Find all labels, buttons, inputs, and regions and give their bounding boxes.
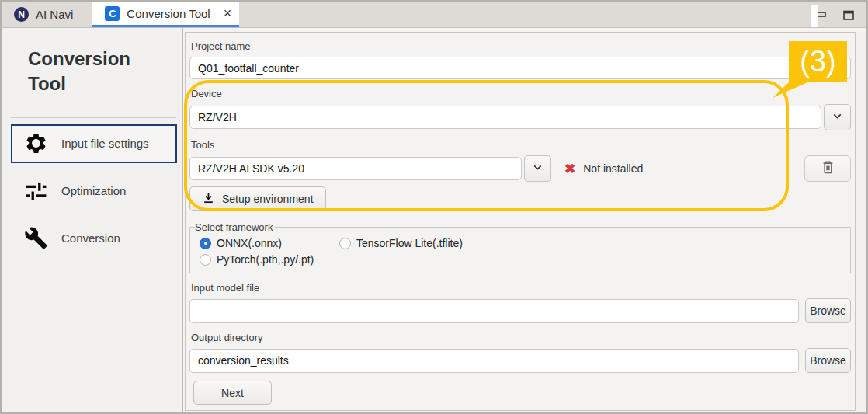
close-tab-icon[interactable]: × bbox=[224, 6, 232, 20]
tab-bar: N AI Navi C Conversion Tool × bbox=[2, 2, 866, 28]
tab-conversion-tool-label: Conversion Tool bbox=[127, 7, 210, 20]
main-panel: Project name Device Tools bbox=[185, 32, 856, 411]
trash-icon bbox=[821, 159, 835, 178]
output-directory-label: Output directory bbox=[191, 332, 849, 343]
sidebar-item-conversion[interactable]: Conversion bbox=[11, 219, 177, 258]
wrench-icon bbox=[24, 226, 48, 250]
chevron-down-icon bbox=[531, 161, 544, 177]
project-name-input[interactable] bbox=[189, 57, 851, 79]
next-button[interactable]: Next bbox=[193, 381, 272, 405]
error-x-icon: ✖ bbox=[564, 161, 575, 177]
ai-navi-app-icon: N bbox=[14, 7, 29, 22]
minimize-icon[interactable] bbox=[816, 12, 826, 18]
gear-icon bbox=[24, 131, 48, 155]
select-framework-group: Select framework ONNX(.onnx) TensorFlow … bbox=[189, 221, 851, 273]
device-select[interactable] bbox=[189, 106, 821, 129]
tools-select[interactable] bbox=[189, 157, 522, 180]
sidebar-item-label: Input file settings bbox=[61, 137, 149, 150]
input-model-file-input[interactable] bbox=[189, 299, 799, 323]
device-dropdown-button[interactable] bbox=[824, 104, 851, 130]
radio-selected-icon bbox=[200, 238, 211, 249]
output-directory-input[interactable] bbox=[189, 349, 799, 373]
sidebar-title: Conversion Tool bbox=[28, 47, 152, 97]
output-directory-row: Browse bbox=[189, 348, 851, 373]
app-window: N AI Navi C Conversion Tool × Conversion… bbox=[0, 0, 868, 414]
setup-environment-label: Setup environment bbox=[222, 193, 314, 205]
sidebar: Conversion Tool Input file settings bbox=[2, 28, 183, 412]
tools-label: Tools bbox=[191, 139, 849, 151]
window-controls bbox=[816, 2, 854, 28]
sliders-icon bbox=[24, 179, 48, 203]
radio-tensorflow-lite-label: TensorFlow Lite(.tflite) bbox=[356, 237, 463, 249]
chevron-down-icon bbox=[831, 110, 844, 126]
tab-ai-navi-label: AI Navi bbox=[36, 8, 73, 21]
sidebar-item-optimization[interactable]: Optimization bbox=[11, 172, 177, 210]
radio-onnx-label: ONNX(.onnx) bbox=[217, 237, 282, 249]
tools-dropdown-button[interactable] bbox=[524, 155, 551, 182]
input-model-file-row: Browse bbox=[189, 298, 851, 323]
browse-input-model-button[interactable]: Browse bbox=[805, 298, 851, 323]
radio-pytorch-label: PyTorch(.pth,.py/.pt) bbox=[217, 253, 314, 266]
sidebar-item-label: Optimization bbox=[61, 184, 126, 197]
radio-tensorflow-lite[interactable]: TensorFlow Lite(.tflite) bbox=[339, 237, 842, 249]
tools-status-text: Not installed bbox=[583, 162, 643, 175]
radio-pytorch[interactable]: PyTorch(.pth,.py/.pt) bbox=[200, 253, 842, 266]
project-name-label: Project name bbox=[191, 40, 849, 52]
tab-conversion-tool[interactable]: C Conversion Tool × bbox=[92, 2, 239, 27]
radio-unselected-icon bbox=[339, 238, 351, 249]
browse-output-directory-button[interactable]: Browse bbox=[805, 348, 851, 373]
setup-environment-button[interactable]: Setup environment bbox=[189, 186, 326, 211]
radio-unselected-icon bbox=[200, 254, 211, 266]
sidebar-item-label: Conversion bbox=[61, 231, 120, 245]
input-model-file-label: Input model file bbox=[191, 282, 849, 294]
delete-tool-button[interactable] bbox=[804, 155, 851, 182]
select-framework-legend: Select framework bbox=[195, 221, 275, 233]
device-row bbox=[189, 104, 851, 130]
tools-row: ✖ Not installed bbox=[189, 155, 851, 182]
maximize-icon[interactable] bbox=[843, 10, 854, 20]
device-label: Device bbox=[191, 88, 849, 99]
tab-ai-navi[interactable]: N AI Navi bbox=[2, 2, 85, 27]
conversion-tool-app-icon: C bbox=[105, 6, 120, 21]
sidebar-divider bbox=[11, 117, 176, 118]
download-icon bbox=[202, 191, 215, 207]
scrollbar[interactable] bbox=[856, 32, 866, 411]
radio-onnx[interactable]: ONNX(.onnx) bbox=[200, 237, 339, 249]
sidebar-nav: Input file settings Optimization bbox=[2, 124, 178, 258]
sidebar-item-input-file-settings[interactable]: Input file settings bbox=[11, 124, 177, 163]
